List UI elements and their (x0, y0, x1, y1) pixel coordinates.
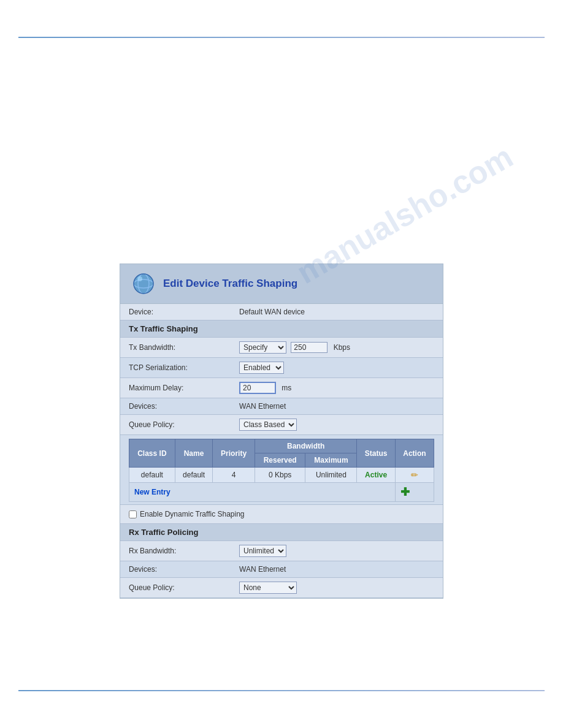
cell-name: default (175, 468, 213, 483)
tx-devices-label: Devices: (129, 402, 239, 411)
maximum-delay-unit: ms (282, 384, 291, 392)
tcp-serialization-row: TCP Serialization: Enabled Disabled (120, 358, 443, 378)
tcp-serialization-label: TCP Serialization: (129, 363, 239, 372)
tx-bandwidth-unit: Kbps (334, 343, 350, 352)
device-label: Device: (129, 308, 239, 316)
rx-queue-policy-row: Queue Policy: None Class Based Priority (120, 578, 443, 598)
cell-reserved: 0 Kbps (255, 468, 305, 483)
cell-priority: 4 (213, 468, 255, 483)
rx-section-header: Rx Traffic Policing (120, 524, 443, 541)
dynamic-shaping-checkbox[interactable] (129, 510, 137, 518)
edit-icon[interactable]: ✏ (411, 470, 418, 480)
tcp-serialization-select[interactable]: Enabled Disabled (239, 362, 284, 374)
cell-class-id: default (129, 468, 175, 483)
queue-policy-row: Queue Policy: Class Based None Priority (120, 415, 443, 435)
page-border-bottom (18, 690, 545, 691)
tx-bandwidth-select[interactable]: Specify Unlimited (239, 341, 286, 354)
queue-policy-select[interactable]: Class Based None Priority (239, 419, 297, 431)
rx-queue-policy-label: Queue Policy: (129, 583, 239, 592)
col-status: Status (357, 439, 395, 468)
tx-bandwidth-label: Tx Bandwidth: (129, 343, 239, 352)
class-table: Class ID Name Priority Bandwidth Status … (129, 439, 434, 502)
rx-queue-policy-controls: None Class Based Priority (239, 582, 434, 594)
form-header: Edit Device Traffic Shaping (120, 264, 443, 304)
new-entry-label[interactable]: New Entry (129, 483, 396, 502)
maximum-delay-input[interactable] (239, 382, 276, 394)
dynamic-shaping-row: Enable Dynamic Traffic Shaping (120, 505, 443, 524)
device-row: Device: Default WAN device (120, 304, 443, 320)
add-icon[interactable]: ✚ (400, 486, 410, 498)
rx-queue-policy-select[interactable]: None Class Based Priority (239, 582, 297, 594)
tx-bandwidth-controls: Specify Unlimited Kbps (239, 341, 434, 354)
new-entry-row: New Entry ✚ (129, 483, 434, 502)
cell-status: Active (357, 468, 395, 483)
col-reserved: Reserved (255, 453, 305, 468)
status-active-badge: Active (365, 471, 387, 479)
rx-devices-label: Devices: (129, 565, 239, 574)
col-name: Name (175, 439, 213, 468)
rx-bandwidth-row: Rx Bandwidth: Unlimited Specify (120, 541, 443, 561)
rx-bandwidth-select[interactable]: Unlimited Specify (239, 545, 286, 557)
tx-bandwidth-input[interactable] (291, 342, 327, 353)
form-title: Edit Device Traffic Shaping (163, 278, 297, 290)
svg-point-4 (137, 276, 142, 281)
page-border-top (18, 37, 545, 38)
tx-section-header: Tx Traffic Shaping (120, 320, 443, 338)
class-table-section: Class ID Name Priority Bandwidth Status … (120, 435, 443, 505)
maximum-delay-label: Maximum Delay: (129, 384, 239, 392)
col-bandwidth: Bandwidth (255, 439, 357, 453)
dynamic-shaping-label[interactable]: Enable Dynamic Traffic Shaping (140, 510, 245, 518)
col-class-id: Class ID (129, 439, 175, 468)
tx-devices-row: Devices: WAN Ethernet (120, 398, 443, 415)
rx-devices-value: WAN Ethernet (239, 565, 434, 574)
maximum-delay-controls: ms (239, 382, 434, 394)
device-value: Default WAN device (239, 308, 434, 316)
tcp-serialization-controls: Enabled Disabled (239, 362, 434, 374)
col-priority: Priority (213, 439, 255, 468)
queue-policy-label: Queue Policy: (129, 420, 239, 429)
rx-devices-row: Devices: WAN Ethernet (120, 561, 443, 578)
tx-devices-value: WAN Ethernet (239, 402, 434, 411)
rx-bandwidth-label: Rx Bandwidth: (129, 547, 239, 555)
table-row: default default 4 0 Kbps Unlimited Activ… (129, 468, 434, 483)
rx-bandwidth-controls: Unlimited Specify (239, 545, 434, 557)
tx-bandwidth-row: Tx Bandwidth: Specify Unlimited Kbps (120, 338, 443, 358)
cell-action: ✏ (395, 468, 434, 483)
queue-policy-controls: Class Based None Priority (239, 419, 434, 431)
main-form: Edit Device Traffic Shaping Device: Defa… (120, 264, 443, 599)
globe-icon (132, 273, 155, 295)
col-maximum: Maximum (305, 453, 357, 468)
new-entry-add[interactable]: ✚ (395, 483, 434, 502)
maximum-delay-row: Maximum Delay: ms (120, 378, 443, 398)
col-action: Action (395, 439, 434, 468)
cell-maximum: Unlimited (305, 468, 357, 483)
